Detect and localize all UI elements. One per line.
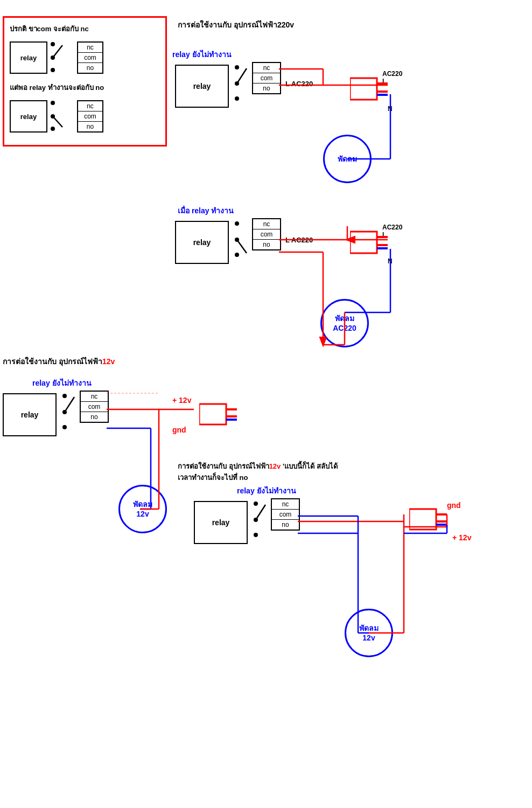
section3-title: การต่อใช้งานกับ อุปกรณ์ไฟฟ้า12v 'แบบนี้ก… [178, 461, 338, 483]
intro-note: แต่พอ relay ทำงานจะต่อกับ no [10, 82, 160, 93]
l-ac220-label-1: L AC220 [285, 80, 313, 88]
terminals-s1d1: nc com no [252, 62, 281, 94]
section3-diagram-label: relay ยังไม่ทำงาน [237, 485, 296, 497]
svg-point-2 [51, 68, 55, 72]
intro-title: ปรกติ ขาcom จะต่อกับ nc [10, 23, 160, 34]
terminals-s3: nc com no [271, 498, 300, 531]
fan-s1d1: พัดลม [323, 135, 372, 183]
intro-box: ปรกติ ขาcom จะต่อกับ nc relay nc com [3, 16, 167, 147]
svg-point-18 [235, 253, 239, 257]
plug-s3 [409, 506, 452, 538]
section2-diagram-label: relay ยังไม่ทำงาน [32, 377, 92, 389]
plug-s1d1 [350, 75, 393, 109]
svg-line-19 [237, 240, 247, 253]
svg-point-24 [62, 394, 67, 398]
svg-point-16 [235, 221, 239, 226]
section1-diagram1-label: relay ยังไม่ทำงาน [172, 48, 232, 60]
svg-line-27 [65, 397, 74, 412]
l-ac220-label-2: L AC220 [285, 236, 313, 244]
intro-terminals-1: nc com no [77, 41, 103, 74]
intro-relay-box-2: relay [10, 100, 47, 133]
plug-s1d2 [350, 229, 393, 263]
svg-point-34 [254, 533, 258, 537]
nc-label2: nc [78, 101, 102, 112]
plug-s2 [199, 401, 242, 433]
section2-title: การต่อใช้งานกับ อุปกรณ์ไฟฟ้า12v [3, 356, 115, 367]
svg-point-4 [51, 101, 55, 105]
plus12v-s3: + 12v [452, 533, 471, 542]
fan-s2: พัดลม 12v [118, 485, 167, 533]
svg-rect-28 [199, 404, 226, 424]
relay-box-s1d1: relay [175, 65, 229, 108]
svg-line-7 [53, 116, 62, 127]
intro-switch-svg-2 [47, 97, 77, 135]
relay-box-s1d2: relay [175, 221, 229, 264]
no-label2: no [78, 122, 102, 131]
svg-line-11 [237, 68, 247, 83]
intro-diagram-normal: relay nc com no [10, 39, 160, 76]
svg-point-6 [51, 127, 55, 131]
relay-box-s2: relay [3, 393, 57, 436]
no-label: no [78, 63, 102, 73]
svg-point-26 [62, 425, 67, 429]
plus12v-s2: + 12v [172, 396, 191, 405]
section1-diagram2-label: เมื่อ relay ทำงาน [178, 205, 234, 217]
fan-s1d2: พัดลม AC220 [320, 299, 369, 347]
svg-rect-12 [350, 78, 377, 100]
intro-terminals-2: nc com no [77, 100, 103, 133]
terminals-s1d2: nc com no [252, 218, 281, 250]
svg-line-3 [53, 45, 62, 58]
svg-rect-36 [409, 509, 436, 530]
nc-label: nc [78, 43, 102, 53]
com-label2: com [78, 112, 102, 122]
svg-point-10 [235, 96, 239, 101]
svg-line-35 [256, 505, 265, 520]
com-label: com [78, 53, 102, 63]
svg-rect-20 [350, 232, 377, 253]
fan-s3: พัดลม 12v [345, 609, 393, 657]
gnd-s2: gnd [172, 426, 186, 434]
page-container: ปรกติ ขาcom จะต่อกับ nc relay nc com [0, 0, 532, 808]
svg-point-0 [51, 42, 55, 46]
section1-title: การต่อใช้งานกับ อุปกรณ์ไฟฟ้า220v [178, 19, 294, 31]
intro-switch-svg-1 [47, 39, 77, 76]
intro-relay-box-1: relay [10, 41, 47, 74]
svg-point-8 [235, 65, 239, 69]
svg-point-32 [254, 501, 258, 506]
relay-box-s3: relay [194, 501, 248, 544]
terminals-s2: nc com no [80, 391, 109, 423]
intro-diagram-working: relay nc com no [10, 97, 160, 135]
